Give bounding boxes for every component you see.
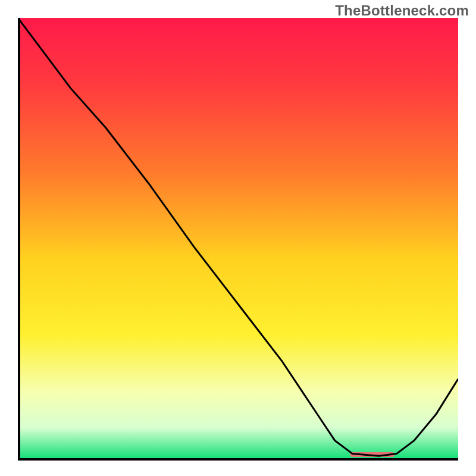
chart-svg: [18, 18, 458, 458]
gradient-background: [18, 18, 458, 458]
watermark-text: TheBottleneck.com: [335, 2, 469, 19]
plot-area: [18, 18, 458, 458]
chart-container: TheBottleneck.com: [0, 0, 476, 476]
y-axis: [18, 18, 20, 458]
x-axis: [18, 458, 458, 461]
